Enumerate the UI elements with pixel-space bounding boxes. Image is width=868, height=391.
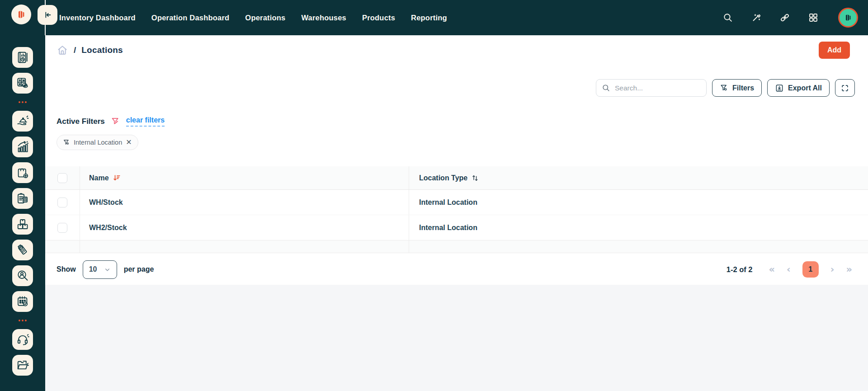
current-page-button[interactable]: 1 bbox=[802, 261, 819, 278]
avatar[interactable] bbox=[838, 8, 858, 28]
page-size-value: 10 bbox=[89, 265, 97, 273]
search-icon bbox=[602, 84, 610, 92]
chip-funnel-icon bbox=[63, 139, 70, 146]
breadcrumb-separator: / bbox=[74, 45, 76, 55]
breadcrumb-page-title: Locations bbox=[81, 45, 123, 55]
search-input[interactable] bbox=[615, 84, 701, 92]
sidebar-item-customer-search[interactable] bbox=[12, 265, 33, 286]
nav-item-operation-dashboard[interactable]: Operation Dashboard bbox=[151, 14, 230, 22]
filters-button-label: Filters bbox=[732, 84, 754, 92]
magic-wand-icon[interactable] bbox=[751, 12, 762, 23]
toolbar: Filters Export All bbox=[596, 79, 855, 97]
previous-page-icon[interactable]: ‹ bbox=[787, 265, 791, 274]
column-header-name: Name bbox=[89, 174, 109, 182]
select-all-checkbox[interactable] bbox=[57, 173, 67, 183]
packages-icon bbox=[16, 217, 29, 231]
export-download-icon bbox=[775, 84, 784, 93]
sidebar-item-pos-terminal[interactable] bbox=[12, 240, 33, 260]
active-filters-row: Active Filters clear filters bbox=[57, 116, 165, 127]
documents-folder-icon bbox=[16, 358, 29, 372]
sidebar-item-packages[interactable] bbox=[12, 214, 33, 235]
sort-descending-icon[interactable] bbox=[113, 174, 121, 182]
pagination-bar: Show 10 per page 1-2 of 2 « ‹ 1 › » bbox=[45, 259, 868, 279]
top-navbar: Inventory Dashboard Operation Dashboard … bbox=[0, 0, 868, 35]
table-row[interactable]: WH/Stock Internal Location bbox=[45, 190, 868, 215]
sidebar-item-clipboard-calculator[interactable] bbox=[12, 188, 33, 209]
row-name-cell: WH2/Stock bbox=[80, 215, 409, 240]
pagination-controls: 1-2 of 2 « ‹ 1 › » bbox=[726, 261, 852, 278]
add-button[interactable]: Add bbox=[819, 42, 850, 59]
filter-chip-label: Internal Location bbox=[74, 139, 122, 146]
breadcrumb: / Locations bbox=[57, 44, 123, 56]
active-filters-title: Active Filters bbox=[57, 117, 105, 126]
report-book-icon bbox=[16, 51, 29, 64]
export-all-button-label: Export All bbox=[788, 84, 822, 92]
clear-filters-link[interactable]: clear filters bbox=[126, 116, 165, 127]
header-checkbox-cell bbox=[45, 166, 80, 189]
strip-cell bbox=[409, 240, 868, 253]
header-name-cell[interactable]: Name bbox=[80, 166, 409, 189]
row-checkbox-cell bbox=[45, 215, 80, 240]
sidebar-divider-dots bbox=[19, 101, 27, 103]
app-logo[interactable] bbox=[11, 5, 31, 24]
strip-cell bbox=[80, 240, 409, 253]
nav-item-products[interactable]: Products bbox=[362, 14, 395, 22]
fullscreen-button[interactable] bbox=[835, 79, 855, 97]
bag-plus-icon bbox=[16, 166, 29, 179]
first-page-icon[interactable]: « bbox=[769, 265, 775, 274]
calculator-coins-icon bbox=[16, 76, 29, 90]
sidebar-item-calendar-check[interactable] bbox=[12, 291, 33, 312]
fullscreen-corners-icon bbox=[840, 84, 849, 93]
sidebar-divider-dots bbox=[19, 320, 27, 321]
nav-item-inventory-dashboard[interactable]: Inventory Dashboard bbox=[59, 14, 136, 22]
row-checkbox[interactable] bbox=[57, 223, 67, 233]
sidebar-item-report-book[interactable] bbox=[12, 47, 33, 68]
collapse-left-icon bbox=[42, 10, 52, 20]
filter-chips-row: Internal Location ✕ bbox=[57, 135, 138, 150]
main-content: / Locations Add Filters Export All Activ… bbox=[45, 35, 868, 391]
location-type: Internal Location bbox=[419, 224, 477, 232]
row-checkbox[interactable] bbox=[57, 198, 67, 207]
navbar-menu: Inventory Dashboard Operation Dashboard … bbox=[59, 14, 447, 22]
sidebar-item-documents-folder[interactable] bbox=[12, 355, 33, 376]
link-icon[interactable] bbox=[779, 12, 790, 23]
row-name-cell: WH/Stock bbox=[80, 190, 409, 215]
apps-grid-icon[interactable] bbox=[808, 12, 819, 23]
left-sidebar bbox=[0, 0, 45, 391]
search-icon[interactable] bbox=[722, 12, 733, 23]
sidebar-item-growth-chart[interactable] bbox=[12, 137, 33, 157]
table-header-row: Name Location Type bbox=[45, 166, 868, 190]
growth-chart-icon bbox=[16, 140, 29, 154]
avatar-logo-icon bbox=[843, 13, 853, 23]
search-box bbox=[596, 79, 707, 97]
chip-close-icon[interactable]: ✕ bbox=[126, 139, 132, 146]
next-page-icon[interactable]: › bbox=[830, 265, 835, 274]
sidebar-item-calculator-coins[interactable] bbox=[12, 73, 33, 94]
customer-search-icon bbox=[16, 269, 29, 283]
nav-item-reporting[interactable]: Reporting bbox=[411, 14, 447, 22]
filter-funnel-icon bbox=[720, 84, 728, 92]
nav-item-warehouses[interactable]: Warehouses bbox=[301, 14, 346, 22]
headphones-icon bbox=[16, 333, 29, 346]
nav-item-operations[interactable]: Operations bbox=[245, 14, 285, 22]
chevron-down-icon bbox=[104, 266, 111, 273]
sidebar-item-service-bell[interactable] bbox=[12, 111, 33, 132]
table-row[interactable]: WH2/Stock Internal Location bbox=[45, 215, 868, 240]
page-size-select[interactable]: 10 bbox=[83, 260, 117, 279]
sort-both-icon[interactable] bbox=[471, 174, 479, 182]
strip-cell bbox=[45, 240, 80, 253]
sidebar-item-bag-plus[interactable] bbox=[12, 162, 33, 183]
sidebar-collapse-button[interactable] bbox=[38, 5, 57, 25]
header-location-type-cell[interactable]: Location Type bbox=[409, 166, 868, 189]
show-label: Show bbox=[57, 265, 76, 273]
sidebar-item-headphones[interactable] bbox=[12, 329, 33, 350]
clipboard-calculator-icon bbox=[16, 192, 29, 205]
export-all-button[interactable]: Export All bbox=[767, 79, 830, 97]
location-type: Internal Location bbox=[419, 198, 477, 207]
last-page-icon[interactable]: » bbox=[846, 265, 852, 274]
home-icon[interactable] bbox=[57, 44, 68, 56]
filters-button[interactable]: Filters bbox=[712, 79, 762, 97]
locations-table: Name Location Type WH/Stock Internal Loc… bbox=[45, 166, 868, 253]
location-name: WH/Stock bbox=[89, 198, 123, 207]
row-checkbox-cell bbox=[45, 190, 80, 215]
